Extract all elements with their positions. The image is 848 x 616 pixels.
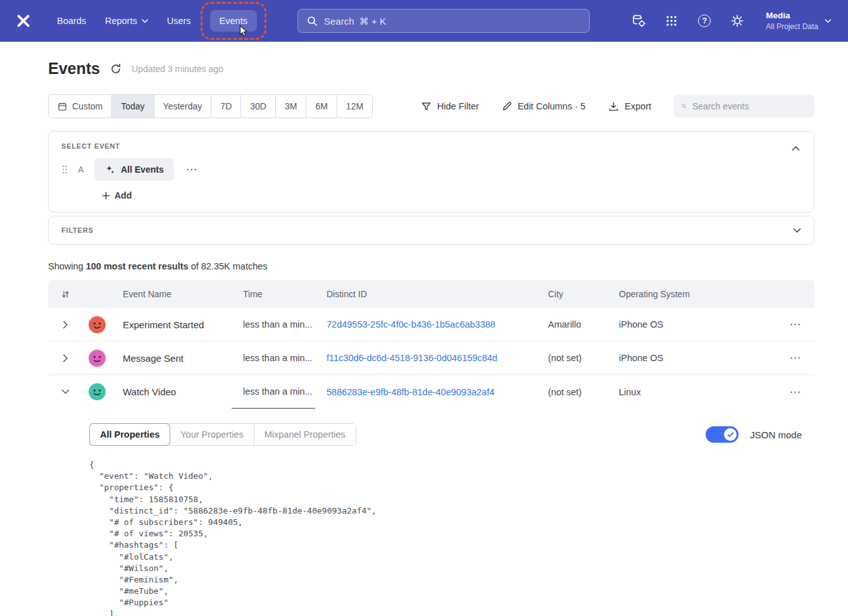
column-time[interactable]: Time [232, 289, 315, 299]
nav-item-reports[interactable]: Reports [105, 16, 148, 26]
date-range-12m[interactable]: 12M [337, 95, 372, 118]
city-cell: (not set) [537, 353, 608, 363]
edit-columns-button[interactable]: Edit Columns · 5 [502, 101, 585, 111]
event-detail-panel: All Properties Your Properties Mixpanel … [48, 409, 814, 616]
date-range-7d[interactable]: 7D [211, 95, 240, 118]
event-json-content: { "event": "Watch Video", "properties": … [89, 459, 802, 616]
date-range-3m[interactable]: 3M [275, 95, 306, 118]
apps-grid-icon[interactable] [663, 13, 680, 29]
date-range-yesterday[interactable]: Yesterday [154, 95, 211, 118]
mixpanel-logo-icon [15, 13, 32, 29]
event-chip-label: All Events [121, 164, 164, 175]
toolbar-actions: Hide Filter Edit Columns · 5 Export [421, 95, 814, 118]
results-summary: Showing 100 most recent results of 82.35… [48, 261, 814, 271]
toggle-knob [724, 428, 737, 441]
event-name-cell: Message Sent [111, 353, 232, 364]
date-range-today[interactable]: Today [111, 95, 153, 118]
last-updated-text: Updated 3 minutes ago [132, 64, 223, 74]
table-row[interactable]: Message Sent less than a min... f11c30d6… [48, 342, 814, 375]
hide-filter-button[interactable]: Hide Filter [421, 101, 479, 112]
row-actions-button[interactable]: ⋯ [787, 385, 804, 399]
events-page: Events Updated 3 minutes ago Custom Toda… [0, 42, 848, 616]
date-range-custom-label: Custom [72, 101, 103, 111]
json-mode-toggle[interactable] [706, 426, 739, 443]
export-button[interactable]: Export [608, 101, 651, 112]
row-actions-button[interactable]: ⋯ [787, 351, 804, 365]
top-navbar: Boards Reports Users Events [0, 0, 848, 42]
check-icon [727, 432, 734, 438]
row-actions-button[interactable]: ⋯ [787, 317, 804, 331]
page-title: Events [48, 59, 100, 78]
chevron-down-icon [825, 19, 832, 23]
results-highlight: 100 most recent results [86, 261, 189, 271]
drag-handle-icon[interactable] [61, 164, 68, 175]
distinct-id-link[interactable]: f11c30d6-dc6d-4518-9136-0d046159c84d [327, 353, 497, 363]
nav-item-events[interactable]: Events [210, 10, 257, 32]
avatar [89, 350, 106, 367]
add-event-button[interactable]: Add [102, 190, 132, 200]
avatar [89, 383, 106, 400]
column-os[interactable]: Operating System [608, 289, 776, 299]
settings-gear-icon[interactable] [729, 13, 745, 29]
os-cell: iPhone OS [608, 319, 776, 330]
sort-rows-icon[interactable] [48, 290, 82, 299]
row-expander-icon[interactable] [48, 354, 82, 362]
time-cell: less than a min... [232, 375, 315, 409]
tab-your-properties[interactable]: Your Properties [170, 424, 253, 445]
json-mode-control: JSON mode [706, 426, 802, 443]
project-selector[interactable]: Media All Project Data [766, 10, 832, 32]
project-text: Media All Project Data [766, 10, 818, 32]
event-row-more-button[interactable]: ⋯ [184, 163, 201, 176]
distinct-id-link[interactable]: 72d49553-25fc-4f0c-b436-1b5ac6ab3388 [327, 319, 496, 330]
row-expander-icon[interactable] [48, 321, 82, 329]
search-events-input[interactable] [692, 101, 807, 111]
filters-panel[interactable]: FILTERS [48, 216, 814, 245]
expand-filters-icon[interactable] [793, 225, 801, 236]
export-label: Export [625, 101, 651, 111]
row-collapse-icon[interactable] [48, 389, 82, 395]
distinct-id-link[interactable]: 5886283e-e9fb-48fb-81de-40e9093a2af4 [327, 387, 494, 397]
nav-item-reports-label: Reports [105, 16, 137, 26]
query-row-letter: A [77, 164, 85, 175]
event-selector-chip[interactable]: All Events [94, 158, 174, 181]
nav-item-events-label: Events [220, 16, 247, 26]
nav-item-boards[interactable]: Boards [57, 16, 86, 26]
pencil-icon [502, 101, 512, 111]
city-cell: Amarillo [537, 319, 608, 330]
date-range-group: Custom Today Yesterday 7D 30D 3M 6M 12M [48, 94, 373, 118]
collapse-panel-icon[interactable] [789, 140, 802, 156]
table-row[interactable]: Experiment Started less than a min... 72… [48, 308, 814, 342]
properties-tabs: All Properties Your Properties Mixpanel … [89, 423, 356, 446]
help-icon[interactable]: ? [696, 13, 713, 29]
table-row[interactable]: Watch Video less than a min... 5886283e-… [48, 375, 814, 409]
date-range-custom[interactable]: Custom [49, 95, 111, 118]
column-city[interactable]: City [537, 289, 608, 299]
primary-nav: Boards Reports Users Events [57, 10, 257, 32]
search-events-field[interactable] [674, 95, 814, 118]
download-icon [608, 101, 619, 112]
project-name: Media [766, 10, 818, 22]
column-distinct-id[interactable]: Distinct ID [315, 289, 537, 299]
global-search[interactable] [297, 9, 590, 33]
calendar-icon [58, 102, 67, 111]
date-range-6m[interactable]: 6M [306, 95, 336, 118]
mixpanel-logo[interactable] [14, 11, 33, 30]
search-icon [307, 16, 318, 27]
column-event-name[interactable]: Event Name [111, 289, 232, 299]
all-events-icon [104, 164, 115, 175]
table-header-row: Event Name Time Distinct ID City Operati… [48, 280, 814, 308]
help-glyph: ? [698, 15, 711, 27]
refresh-icon[interactable] [110, 63, 122, 75]
tab-all-properties[interactable]: All Properties [90, 424, 170, 445]
chevron-down-icon [142, 19, 148, 23]
events-table: Event Name Time Distinct ID City Operati… [48, 280, 814, 616]
nav-item-users[interactable]: Users [167, 16, 191, 26]
date-range-30d[interactable]: 30D [240, 95, 275, 118]
time-cell: less than a min... [232, 353, 315, 363]
results-prefix: Showing [48, 261, 86, 271]
tab-mixpanel-properties[interactable]: Mixpanel Properties [254, 424, 356, 445]
toolbar: Custom Today Yesterday 7D 30D 3M 6M 12M … [48, 94, 814, 118]
results-suffix: of 82.35K matches [189, 261, 268, 271]
data-management-icon[interactable] [630, 13, 647, 29]
global-search-input[interactable] [324, 16, 580, 27]
